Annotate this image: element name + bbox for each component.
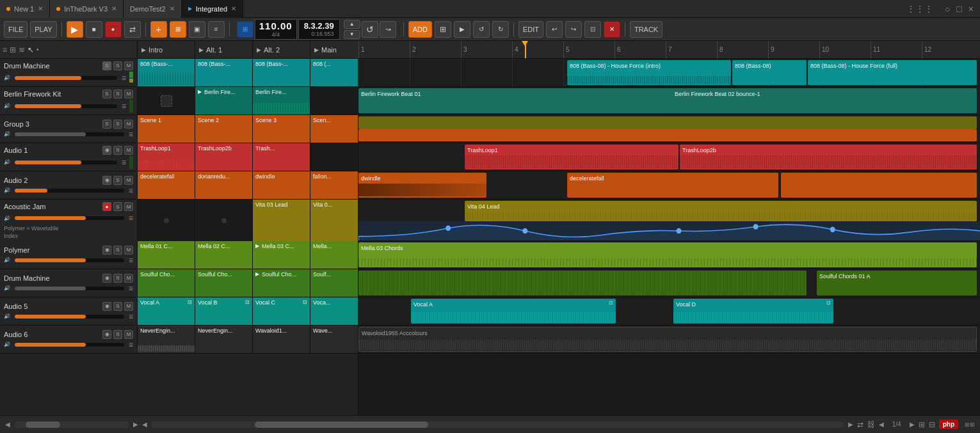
solo-btn-ac[interactable]: S <box>113 202 122 211</box>
arr-clip-berlin-1[interactable]: Berlin Firework Beat 01 <box>358 88 695 113</box>
arr-clip-trashloop1[interactable]: TrashLoop1 <box>465 145 679 169</box>
list-view-icon[interactable]: ≡ <box>3 45 7 54</box>
nudge-up[interactable]: ▲ <box>344 20 360 29</box>
collapse-icon[interactable]: ⊟ <box>929 420 935 429</box>
clip-p-alt1[interactable]: Mella 02 C... <box>195 241 253 269</box>
fader-ac[interactable] <box>15 216 124 220</box>
clip-a5-main[interactable]: Voca... <box>310 297 358 325</box>
clip-p-alt2[interactable]: ▶ Mella 03 C... <box>253 241 310 269</box>
mute-btn-a2[interactable]: ◉ <box>102 176 111 185</box>
mute-btn-a5[interactable]: ◉ <box>102 302 111 311</box>
clip-dm-main[interactable]: 808 (... <box>310 59 358 86</box>
solo-btn-a5[interactable]: S <box>113 302 122 311</box>
clip-g3-intro[interactable]: Scene 1 <box>138 115 195 143</box>
arm-btn-ac[interactable]: M <box>124 202 133 211</box>
fader-a1[interactable] <box>15 161 117 164</box>
arr-clip-dwindle[interactable]: dwindle <box>358 173 486 198</box>
grid-view-icon[interactable]: ⊞ <box>10 45 16 54</box>
mute-btn-a1[interactable]: ◉ <box>102 146 111 155</box>
fader-b[interactable] <box>15 104 117 108</box>
solo-btn-a2[interactable]: S <box>113 176 122 185</box>
add-clip-b[interactable] <box>161 95 172 107</box>
menu-icon-a2[interactable]: ≡ <box>129 186 133 195</box>
clip-a1-alt1[interactable]: TrashLoop2b <box>195 143 253 171</box>
clip-b-alt2[interactable]: Berlin Fire... <box>253 87 310 114</box>
sync-icon[interactable]: ⇄ <box>857 420 864 429</box>
arr-clip-808-mid[interactable]: 808 (Bass-08) <box>732 60 807 85</box>
mute-btn-p[interactable]: ◉ <box>102 246 111 255</box>
mute-btn-a6[interactable]: ◉ <box>102 330 111 339</box>
arm-btn-a2[interactable]: M <box>124 176 133 185</box>
solo-btn-b[interactable]: S <box>113 90 122 98</box>
clip-a2-alt1[interactable]: dorianredu... <box>195 171 253 199</box>
solo-btn-dm[interactable]: S <box>113 61 122 70</box>
stat-button[interactable]: ⊞ <box>435 21 451 38</box>
zoom-out[interactable]: ◀ <box>879 421 884 428</box>
clip-a1-alt2[interactable]: Trash... <box>253 143 310 171</box>
play2-button[interactable]: ▶ <box>454 21 470 38</box>
arm-btn-p[interactable]: M <box>124 246 133 255</box>
arr-clip-vita[interactable]: Vita 04 Lead <box>465 201 977 221</box>
clip-g3-alt1[interactable]: Scene 2 <box>195 115 253 143</box>
clip-a6-main[interactable]: Wave... <box>310 326 358 353</box>
play-button[interactable]: ▶ <box>67 21 83 38</box>
file-button[interactable]: FILE <box>4 21 28 38</box>
arr-clip-berlin-2[interactable]: Berlin Firework Beat 02 bounce-1 <box>672 88 977 113</box>
clip-ac-alt1[interactable] <box>195 200 253 241</box>
clip-b-intro[interactable] <box>138 87 195 114</box>
arranger-button[interactable]: ⊞ <box>170 21 186 38</box>
arr-clip-wavoloid[interactable]: Wavoloid1955 Acccolours <box>358 327 977 352</box>
arm-btn-a1[interactable]: M <box>124 146 133 155</box>
solo-btn-g3[interactable]: S <box>113 120 122 129</box>
cursor-icon[interactable]: ↖ <box>28 45 34 54</box>
fader-dm2[interactable] <box>15 287 124 290</box>
maximize-btn[interactable]: □ <box>956 4 961 14</box>
tab-demotest2[interactable]: DemoTest2 ✕ <box>124 0 182 18</box>
arr-scrollbar[interactable] <box>151 421 844 428</box>
left-scrollbar[interactable] <box>14 421 129 428</box>
mute-btn-b[interactable]: S <box>102 90 111 98</box>
arr-clip-808-full[interactable]: 808 (Bass-08) - House Force (full) <box>808 60 977 85</box>
solo-btn-dm2[interactable]: S <box>113 274 122 283</box>
clip-dm-alt1[interactable]: 808 (Bass-... <box>195 59 253 86</box>
arm-btn-dm[interactable]: M <box>124 61 133 70</box>
arr-clip-808-intro[interactable]: 808 (Bass-08) - House Force (intro) <box>567 60 731 85</box>
menu-icon-dm[interactable]: ≡ <box>122 74 126 83</box>
rec-btn-ac[interactable]: ● <box>102 202 111 211</box>
menu-icon-g3[interactable]: ≡ <box>129 130 133 139</box>
clip-dm-alt2[interactable]: 808 (Bass-... <box>253 59 310 86</box>
tab-demotest2-close[interactable]: ✕ <box>170 5 175 12</box>
arr-clip-orange3[interactable] <box>781 173 977 198</box>
loop-button[interactable]: ⇄ <box>124 21 141 38</box>
clip-a1-main[interactable] <box>310 143 358 171</box>
track-button[interactable]: TRACK <box>630 21 663 38</box>
fader-a6[interactable] <box>15 343 124 347</box>
position-display[interactable]: 8.3.2.39 0:16.553 <box>298 19 340 40</box>
clip-a1-intro[interactable]: TrashLoop1 <box>138 143 195 171</box>
tab-integrated[interactable]: ▶ Integrated ✕ <box>182 0 244 18</box>
menu-icon-b[interactable]: ≡ <box>122 102 126 111</box>
clip-ac-intro[interactable] <box>138 200 195 241</box>
clip-a6-intro[interactable]: NeverEngin... <box>138 326 195 353</box>
session-button[interactable]: + <box>150 21 167 38</box>
clip-dm2-alt2[interactable]: ▶ Soulful Cho... <box>253 269 310 297</box>
sort-icon[interactable]: ≋ <box>19 45 25 54</box>
clip-dm2-alt1[interactable]: Soulful Cho... <box>195 269 253 297</box>
clip-a5-alt1[interactable]: Vocal B ⊡ <box>195 297 253 325</box>
arr-clip-soulful-bg[interactable] <box>358 271 807 295</box>
link-icon[interactable]: ⛓ <box>867 420 875 429</box>
delete-button[interactable]: ✕ <box>604 21 620 38</box>
clip-ac-main[interactable]: Vita 0... <box>310 200 358 241</box>
loop-toggle[interactable]: ↺ <box>362 21 378 38</box>
arr-group-orange[interactable] <box>358 129 977 141</box>
forward-button[interactable]: ↻ <box>492 21 509 38</box>
menu-icon-ac[interactable]: ≡ <box>129 214 133 223</box>
clip-dm-intro[interactable]: 808 (Bass-... <box>138 59 195 86</box>
arm-btn-b[interactable]: M <box>124 90 133 98</box>
tab-intheark[interactable]: InTheDark V3 ✕ <box>50 0 124 18</box>
tab-new1-close[interactable]: ✕ <box>38 5 43 12</box>
clip-b-alt1[interactable]: ▶ Berlin Fire... <box>195 87 253 114</box>
clip-a6-alt1[interactable]: NeverEngin... <box>195 326 253 353</box>
arr-clip-vocal-d[interactable]: Vocal D ⊡ <box>673 299 833 324</box>
arr-group-olive[interactable] <box>358 116 977 129</box>
